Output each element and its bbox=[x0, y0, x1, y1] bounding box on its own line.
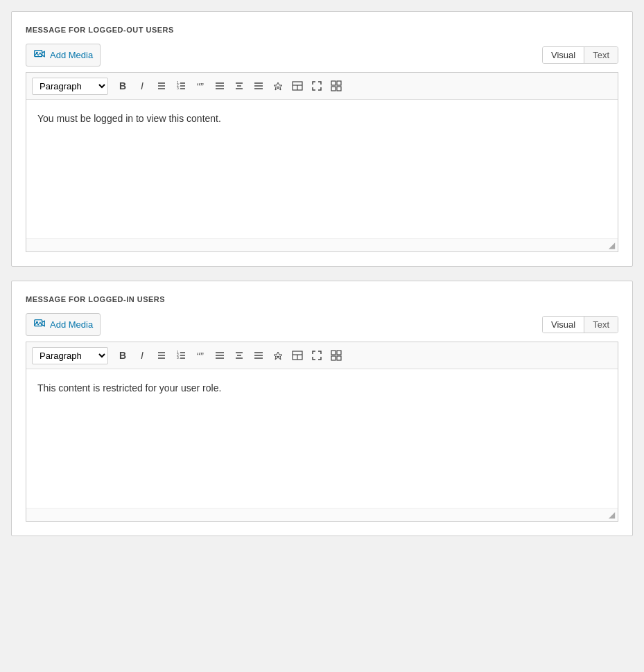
add-media-label: Add Media bbox=[50, 50, 93, 60]
format-btn-insert-more-tag[interactable] bbox=[288, 77, 306, 95]
editor-format-bar: ParagraphHeading 1Heading 2Heading 3Head… bbox=[26, 342, 618, 369]
view-tab-visual[interactable]: Visual bbox=[543, 47, 584, 63]
resize-icon: ◢ bbox=[609, 240, 615, 250]
format-btn-blockquote[interactable]: “” bbox=[191, 77, 209, 95]
editor-section-logged-out: MESSAGE FOR LOGGED-OUT USERS Add Media V… bbox=[11, 11, 633, 267]
format-btn-fullscreen[interactable] bbox=[308, 346, 326, 364]
view-tab-text[interactable]: Text bbox=[584, 317, 618, 333]
view-tabs: VisualText bbox=[542, 316, 618, 333]
view-tab-text[interactable]: Text bbox=[584, 47, 618, 63]
format-btn-align-left[interactable] bbox=[211, 77, 229, 95]
format-btn-italic[interactable]: I bbox=[133, 346, 151, 364]
section-label: MESSAGE FOR LOGGED-IN USERS bbox=[26, 295, 618, 303]
svg-rect-25 bbox=[331, 87, 336, 91]
svg-rect-53 bbox=[337, 356, 341, 360]
view-tab-visual[interactable]: Visual bbox=[543, 317, 584, 333]
format-btn-bold[interactable]: B bbox=[114, 346, 132, 364]
resize-icon: ◢ bbox=[609, 510, 615, 520]
svg-text:3.: 3. bbox=[177, 86, 180, 90]
svg-text:3.: 3. bbox=[177, 355, 180, 360]
format-btn-align-center[interactable] bbox=[230, 77, 248, 95]
view-tabs: VisualText bbox=[542, 46, 618, 64]
format-btn-align-right[interactable] bbox=[250, 346, 268, 364]
format-btn-fullscreen[interactable] bbox=[308, 77, 326, 95]
add-media-icon bbox=[33, 48, 46, 62]
editor-wrapper: ParagraphHeading 1Heading 2Heading 3Head… bbox=[26, 342, 618, 522]
editor-wrapper: ParagraphHeading 1Heading 2Heading 3Head… bbox=[26, 72, 618, 252]
format-btn-unordered-list[interactable] bbox=[153, 346, 171, 364]
format-btn-insert-link[interactable] bbox=[269, 77, 287, 95]
format-btn-bold[interactable]: B bbox=[114, 77, 132, 95]
svg-rect-50 bbox=[331, 351, 336, 355]
editor-content[interactable]: This content is restricted for your user… bbox=[26, 369, 618, 508]
editor-section-logged-in: MESSAGE FOR LOGGED-IN USERS Add Media Vi… bbox=[11, 281, 633, 536]
add-media-button[interactable]: Add Media bbox=[26, 313, 101, 336]
format-btn-italic[interactable]: I bbox=[133, 77, 151, 95]
editor-toolbar-top: Add Media VisualText bbox=[26, 44, 618, 67]
editor-resize-handle: ◢ bbox=[26, 508, 618, 521]
format-btn-insert-more-tag[interactable] bbox=[288, 346, 306, 364]
format-btn-unordered-list[interactable] bbox=[153, 77, 171, 95]
format-btn-align-center[interactable] bbox=[230, 346, 248, 364]
editor-resize-handle: ◢ bbox=[26, 238, 618, 251]
editor-format-bar: ParagraphHeading 1Heading 2Heading 3Head… bbox=[26, 73, 618, 100]
editor-toolbar-top: Add Media VisualText bbox=[26, 313, 618, 336]
svg-rect-23 bbox=[331, 81, 336, 85]
section-label: MESSAGE FOR LOGGED-OUT USERS bbox=[26, 26, 618, 34]
svg-rect-24 bbox=[337, 81, 341, 85]
format-btn-align-left[interactable] bbox=[211, 346, 229, 364]
add-media-icon bbox=[33, 317, 46, 332]
add-media-label: Add Media bbox=[50, 319, 93, 330]
format-select[interactable]: ParagraphHeading 1Heading 2Heading 3Head… bbox=[32, 78, 108, 95]
format-btn-ordered-list[interactable]: 1.2.3. bbox=[172, 77, 190, 95]
format-btn-insert-link[interactable] bbox=[269, 346, 287, 364]
format-btn-showhide-kitchen-sink[interactable] bbox=[327, 77, 345, 95]
svg-rect-26 bbox=[337, 87, 341, 91]
editor-content[interactable]: You must be logged in to view this conte… bbox=[26, 100, 618, 238]
svg-rect-51 bbox=[337, 351, 341, 355]
format-btn-ordered-list[interactable]: 1.2.3. bbox=[172, 346, 190, 364]
format-btn-showhide-kitchen-sink[interactable] bbox=[327, 346, 345, 364]
svg-rect-52 bbox=[331, 356, 336, 360]
format-btn-align-right[interactable] bbox=[250, 77, 268, 95]
add-media-button[interactable]: Add Media bbox=[26, 44, 101, 67]
format-select[interactable]: ParagraphHeading 1Heading 2Heading 3Head… bbox=[32, 347, 108, 364]
format-btn-blockquote[interactable]: “” bbox=[191, 346, 209, 364]
